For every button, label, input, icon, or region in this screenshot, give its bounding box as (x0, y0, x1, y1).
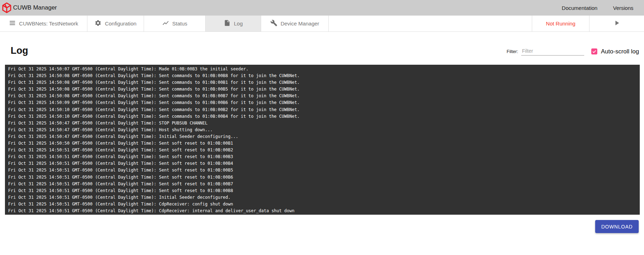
log-output[interactable]: Fri Oct 31 2025 14:50:07 GMT-0500 (Centr… (5, 65, 640, 215)
log-line: Fri Oct 31 2025 14:50:51 GMT-0500 (Centr… (8, 187, 637, 194)
versions-link[interactable]: Versions (613, 5, 633, 11)
tab-device-manager[interactable]: Device Manager (261, 16, 329, 31)
gear-icon (94, 19, 102, 28)
filter-input[interactable] (521, 47, 584, 56)
app-header: CUWB Manager Documentation Versions (0, 0, 644, 16)
tab-label: Configuration (105, 21, 136, 27)
file-icon (224, 19, 231, 28)
tab-label: Device Manager (281, 21, 319, 27)
wrench-icon (270, 19, 277, 28)
log-line: Fri Oct 31 2025 14:50:51 GMT-0500 (Centr… (8, 160, 637, 167)
page-title: Log (11, 45, 28, 56)
filter-row: Filter: Auto-scroll log (507, 47, 639, 56)
log-line: Fri Oct 31 2025 14:50:09 GMT-0500 (Centr… (8, 99, 637, 106)
cube-logo-icon (1, 2, 12, 13)
tab-label: Log (234, 21, 243, 27)
log-line: Fri Oct 31 2025 14:50:08 GMT-0500 (Centr… (8, 86, 637, 93)
autoscroll-checkbox[interactable] (591, 48, 597, 54)
tab-configuration[interactable]: Configuration (87, 16, 144, 31)
tab-cuwbnets[interactable]: CUWBNets: TestNetwork (0, 16, 87, 31)
check-icon (592, 49, 597, 54)
log-line: Fri Oct 31 2025 14:50:10 GMT-0500 (Centr… (8, 106, 637, 113)
log-line: Fri Oct 31 2025 14:50:47 GMT-0500 (Centr… (8, 133, 637, 140)
autoscroll-label: Auto-scroll log (601, 48, 639, 55)
log-line: Fri Oct 31 2025 14:50:51 GMT-0500 (Centr… (8, 174, 637, 181)
autoscroll-toggle[interactable]: Auto-scroll log (591, 48, 639, 55)
log-page: Log Filter: Auto-scroll log Fri Oct 31 2… (0, 32, 644, 255)
log-line: Fri Oct 31 2025 14:50:50 GMT-0500 (Centr… (8, 140, 637, 147)
log-line: Fri Oct 31 2025 14:50:51 GMT-0500 (Centr… (8, 147, 637, 153)
log-line: Fri Oct 31 2025 14:50:47 GMT-0500 (Centr… (8, 127, 637, 133)
log-line: Fri Oct 31 2025 14:50:47 GMT-0500 (Centr… (8, 120, 637, 127)
download-button[interactable]: DOWNLOAD (595, 220, 639, 233)
trend-icon (162, 19, 169, 28)
log-line: Fri Oct 31 2025 14:50:51 GMT-0500 (Centr… (8, 153, 637, 160)
start-network-button[interactable] (589, 16, 644, 31)
log-line: Fri Oct 31 2025 14:50:08 GMT-0500 (Centr… (8, 73, 637, 79)
documentation-link[interactable]: Documentation (562, 5, 598, 11)
log-line: Fri Oct 31 2025 14:50:08 GMT-0500 (Centr… (8, 79, 637, 86)
play-icon (613, 19, 621, 28)
log-line: Fri Oct 31 2025 14:50:07 GMT-0500 (Centr… (8, 66, 637, 73)
filter-label: Filter: (507, 49, 518, 54)
header-links: Documentation Versions (562, 5, 644, 11)
tab-label: Status (172, 21, 188, 27)
log-line: Fri Oct 31 2025 14:50:08 GMT-0500 (Centr… (8, 93, 637, 99)
log-line: Fri Oct 31 2025 14:50:51 GMT-0500 (Centr… (8, 194, 637, 201)
tab-label: CUWBNets: TestNetwork (19, 21, 78, 27)
app-title: CUWB Manager (13, 4, 57, 11)
menu-icon (9, 19, 16, 28)
nav-spacer (329, 16, 532, 31)
log-line: Fri Oct 31 2025 14:50:51 GMT-0500 (Centr… (8, 201, 637, 208)
status-badge: Not Running (532, 16, 589, 31)
tab-status[interactable]: Status (144, 16, 206, 31)
brand: CUWB Manager (0, 2, 57, 13)
log-line: Fri Oct 31 2025 14:50:51 GMT-0500 (Centr… (8, 208, 637, 214)
tab-log[interactable]: Log (206, 16, 261, 31)
log-line: Fri Oct 31 2025 14:50:10 GMT-0500 (Centr… (8, 113, 637, 120)
log-line: Fri Oct 31 2025 14:50:51 GMT-0500 (Centr… (8, 181, 637, 187)
nav-bar: CUWBNets: TestNetwork Configuration Stat… (0, 16, 644, 32)
log-line: Fri Oct 31 2025 14:50:51 GMT-0500 (Centr… (8, 167, 637, 174)
